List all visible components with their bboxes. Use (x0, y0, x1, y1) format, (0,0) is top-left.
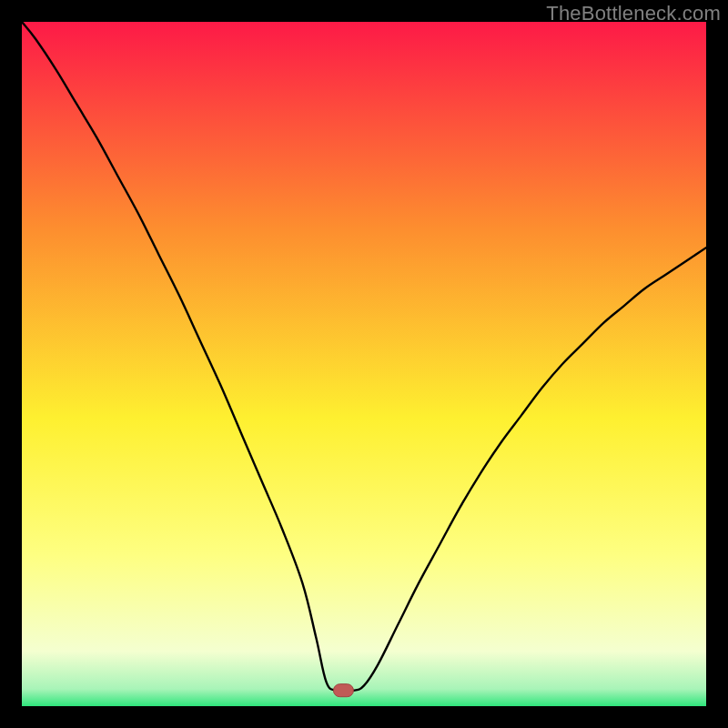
chart-svg (22, 22, 706, 706)
chart-frame: TheBottleneck.com (0, 0, 728, 728)
plot-area (22, 22, 706, 706)
min-marker (333, 684, 353, 697)
gradient-background (22, 22, 706, 706)
